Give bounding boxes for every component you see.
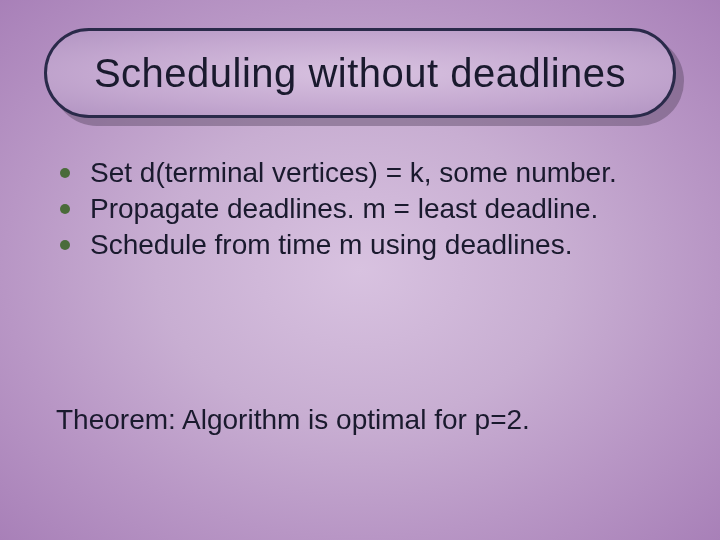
title-box: Scheduling without deadlines (44, 28, 676, 118)
slide-body: Set d(terminal vertices) = k, some numbe… (56, 156, 670, 264)
bullet-text: Propagate deadlines. m = least deadline. (90, 193, 598, 224)
list-item: Propagate deadlines. m = least deadline. (56, 192, 670, 226)
bullet-icon (60, 204, 70, 214)
bullet-text: Set d(terminal vertices) = k, some numbe… (90, 157, 617, 188)
theorem-text: Theorem: Algorithm is optimal for p=2. (56, 404, 530, 436)
slide: Scheduling without deadlines Set d(termi… (0, 0, 720, 540)
list-item: Schedule from time m using deadlines. (56, 228, 670, 262)
slide-title: Scheduling without deadlines (94, 51, 626, 96)
bullet-icon (60, 168, 70, 178)
bullet-icon (60, 240, 70, 250)
title-container: Scheduling without deadlines (44, 28, 676, 118)
bullet-list: Set d(terminal vertices) = k, some numbe… (56, 156, 670, 262)
bullet-text: Schedule from time m using deadlines. (90, 229, 572, 260)
list-item: Set d(terminal vertices) = k, some numbe… (56, 156, 670, 190)
